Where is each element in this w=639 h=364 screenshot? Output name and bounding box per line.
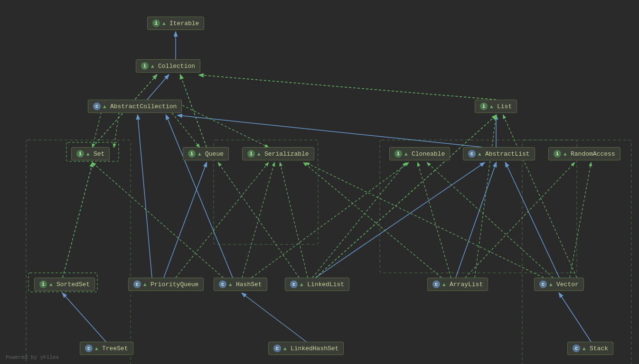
node-sortedset[interactable]: i ▲ SortedSet [34,278,95,291]
node-randomaccess[interactable]: i ▲ RandomAccess [548,147,620,160]
node-queue[interactable]: i ▲ Queue [183,147,229,160]
svg-line-23 [465,163,574,278]
svg-line-19 [242,163,274,278]
svg-line-12 [316,115,496,278]
icon-i-sortedset: i [39,280,47,288]
svg-line-29 [218,163,299,278]
node-iterable[interactable]: i ▲ Iterable [147,17,204,30]
icon-c-stack: c [573,345,580,352]
icon-i-iterable: i [152,19,160,27]
label-priorityqueue: PriorityQueue [150,281,198,288]
label-queue: Queue [205,150,224,158]
node-treeset[interactable]: c ▲ TreeSet [80,342,133,355]
svg-line-9 [138,115,152,278]
connections-svg [0,0,639,364]
svg-line-24 [475,115,496,278]
node-arraylist[interactable]: c ▲ ArrayList [427,278,488,291]
node-abstractcollection[interactable]: c ▲ AbstractCollection [88,100,182,113]
label-linkedlist: LinkedList [307,281,344,288]
icon-i-set: i [76,150,84,158]
powered-by: Powered by yFiles [6,355,59,360]
svg-line-17 [559,293,591,342]
label-arraylist: ArrayList [450,281,483,288]
label-linkedhashset: LinkedHashSet [291,345,338,352]
icon-c-arraylist: c [432,280,440,288]
icon-c-linkedlist: c [290,280,298,288]
label-collection: Collection [158,63,195,70]
svg-line-31 [312,163,406,278]
icon-c-abstractcollection: c [93,103,101,110]
label-abstractlist: AbstractList [485,150,530,158]
node-linkedlist[interactable]: c ▲ LinkedList [285,278,349,291]
svg-line-1 [147,75,169,100]
label-vector: Vector [556,281,579,288]
svg-line-3 [180,75,207,147]
svg-line-30 [280,163,308,278]
icon-i-collection: i [141,62,149,70]
svg-line-20 [252,163,408,278]
label-list: List [497,103,512,110]
icon-c-treeset: c [85,345,93,352]
icon-i-queue: i [188,150,196,158]
label-serializable: Serializable [264,150,309,158]
label-randomaccess: RandomAccess [571,150,615,158]
icon-i-list: i [480,103,488,110]
svg-line-26 [427,163,553,278]
label-set: Set [94,150,104,158]
svg-line-42 [171,100,268,147]
node-linkedhashset[interactable]: c ▲ LinkedHashSet [268,342,344,355]
svg-line-28 [503,115,577,278]
svg-line-32 [176,163,268,278]
icon-c-hashset: c [219,280,226,288]
icon-c-vector: c [539,280,547,288]
node-serializable[interactable]: i ▲ Serializable [242,147,314,160]
icon-i-cloneable: i [395,150,402,158]
node-hashset[interactable]: c ▲ HashSet [214,278,267,291]
label-stack: Stack [590,345,608,352]
svg-line-7 [63,163,93,278]
label-sortedset: SortedSet [56,281,90,288]
icon-c-linkedhashset: c [273,345,281,352]
svg-line-13 [456,163,496,278]
svg-line-21 [304,163,442,278]
node-list[interactable]: i ▲ List [475,100,517,113]
diagram-container: i ▲ Iterable i ▲ Collection c ▲ Abstract… [0,0,639,364]
node-abstractlist[interactable]: c ▲ AbstractList [463,147,535,160]
node-cloneable[interactable]: i ▲ Cloneable [389,147,450,160]
svg-line-5 [178,115,482,147]
label-cloneable: Cloneable [412,150,445,158]
svg-line-22 [418,163,451,278]
node-collection[interactable]: i ▲ Collection [136,59,200,73]
svg-line-27 [570,163,591,278]
svg-line-11 [316,163,484,278]
node-set[interactable]: i ▲ Set [71,147,110,160]
label-abstractcollection: AbstractCollection [110,103,177,110]
svg-line-18 [93,163,223,278]
node-priorityqueue[interactable]: c ▲ PriorityQueue [128,278,204,291]
icon-i-randomaccess: i [554,150,561,158]
svg-line-14 [506,163,559,278]
label-treeset: TreeSet [102,345,128,352]
icon-i-serializable: i [247,150,255,158]
svg-line-8 [164,163,207,278]
svg-rect-38 [522,140,631,364]
svg-line-4 [199,75,496,100]
icon-c-abstractlist: c [468,150,476,158]
svg-line-25 [306,163,544,278]
svg-rect-35 [26,140,131,364]
node-vector[interactable]: c ▲ Vector [534,278,584,291]
label-iterable: Iterable [169,20,199,27]
svg-line-16 [242,293,306,342]
label-hashset: HashSet [236,281,262,288]
svg-line-10 [166,115,233,278]
node-stack[interactable]: c ▲ Stack [567,342,613,355]
svg-line-15 [63,293,106,342]
icon-c-priorityqueue: c [133,280,141,288]
